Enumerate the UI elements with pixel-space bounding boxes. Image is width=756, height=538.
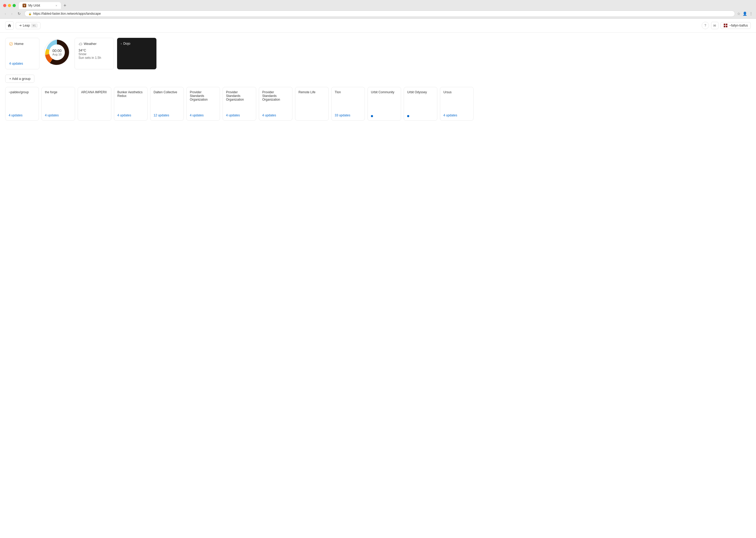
clock-center: 00:00 Aug 10 — [52, 49, 62, 56]
group-updates: 33 updates — [335, 114, 361, 117]
group-updates: 4 updates — [190, 114, 216, 117]
weather-desc: Snow — [78, 52, 110, 56]
dojo-label: Dojo — [123, 41, 130, 45]
home-button[interactable] — [5, 21, 14, 30]
dojo-title: › Dojo — [121, 41, 153, 45]
refresh-button[interactable]: ↻ — [16, 11, 22, 16]
group-updates: 12 updates — [154, 114, 180, 117]
browser-toolbar: ‹ › ↻ 🔒 https://fabled-faster.tlon.netwo… — [0, 9, 756, 19]
home-tile-title: Home — [9, 42, 35, 46]
tab-bar: My Urbit × + — [19, 2, 753, 9]
lock-icon: 🔒 — [28, 12, 31, 15]
user-button[interactable]: ~fallyn-balfus — [721, 22, 751, 29]
url-text: https://fabled-faster.tlon.network/apps/… — [33, 12, 101, 16]
group-card[interactable]: ARCANA IMPERII — [78, 87, 111, 121]
dojo-chevron-icon: › — [121, 42, 122, 45]
top-bar-right: ? ✉ ~fallyn-balfus — [702, 22, 751, 29]
group-card[interactable]: Bunker Aesthetics Redux4 updates — [114, 87, 148, 121]
group-name: ARCANA IMPERII — [81, 90, 108, 117]
help-button[interactable]: ? — [702, 22, 709, 29]
new-tab-button[interactable]: + — [62, 3, 68, 8]
group-name: Urbit Community — [371, 90, 398, 115]
group-updates: 4 updates — [443, 114, 470, 117]
group-name: Ursus — [443, 90, 470, 114]
clock-widget[interactable]: 00:00 Aug 10 — [42, 38, 71, 67]
group-name: the forge — [45, 90, 72, 114]
tab-close-button[interactable]: × — [56, 4, 57, 7]
svg-rect-4 — [726, 26, 728, 27]
group-updates: 4 updates — [226, 114, 253, 117]
group-name: Urbit Odyssey — [407, 90, 434, 115]
group-card[interactable]: Provider Standards Organization4 updates — [223, 87, 256, 121]
svg-rect-3 — [724, 26, 725, 27]
home-tile-icon — [9, 42, 13, 46]
top-bar: Leap ⌘L ? ✉ ~fallyn-balfus — [0, 19, 756, 32]
toolbar-actions: ☆ 👤 ⋮ — [737, 12, 753, 16]
back-button[interactable]: ‹ — [3, 11, 8, 16]
browser-titlebar: My Urbit × + — [0, 0, 756, 9]
weather-sunset: Sun sets in 1.5h — [78, 56, 110, 60]
home-section: Home 4 updates — [5, 38, 751, 69]
forward-button[interactable]: › — [10, 11, 14, 16]
group-name: Provider Standards Organization — [190, 90, 216, 114]
group-name: Dalten Collective — [154, 90, 180, 114]
group-card[interactable]: the forge4 updates — [41, 87, 75, 121]
groups-grid: ~paldev/group4 updatesthe forge4 updates… — [5, 87, 751, 121]
group-name: Bunker Aesthetics Redux — [117, 90, 144, 114]
clock-date: Aug 10 — [52, 53, 62, 56]
weather-temp: 34°C — [78, 48, 110, 52]
app-container: Leap ⌘L ? ✉ ~fallyn-balfus — [0, 19, 756, 538]
help-label: ? — [705, 24, 706, 27]
group-card[interactable]: Urbit Community — [367, 87, 401, 121]
weather-icon — [78, 42, 82, 46]
group-notification-dot — [371, 115, 373, 117]
dojo-tile[interactable]: › Dojo — [117, 38, 157, 69]
bookmark-button[interactable]: ☆ — [737, 12, 740, 16]
group-card[interactable]: Provider Standards Organization4 updates — [259, 87, 292, 121]
group-updates: 4 updates — [45, 114, 72, 117]
group-name: Provider Standards Organization — [226, 90, 253, 114]
leap-shortcut: ⌘L — [31, 24, 38, 27]
close-traffic-light[interactable] — [3, 4, 6, 7]
group-card[interactable]: Provider Standards Organization4 updates — [186, 87, 220, 121]
group-notification-dot — [407, 115, 409, 117]
group-card[interactable]: ~paldev/group4 updates — [5, 87, 39, 121]
menu-button[interactable]: ⋮ — [749, 12, 753, 16]
group-card[interactable]: Ursus4 updates — [440, 87, 474, 121]
leap-button[interactable]: Leap ⌘L — [16, 22, 40, 29]
group-card[interactable]: Tlon33 updates — [331, 87, 365, 121]
clock-time: 00:00 — [52, 49, 62, 53]
home-tile-label: Home — [15, 42, 24, 46]
svg-point-5 — [10, 42, 13, 45]
group-updates: 4 updates — [262, 114, 289, 117]
svg-rect-1 — [724, 24, 725, 25]
browser-tab[interactable]: My Urbit × — [19, 2, 61, 9]
weather-label: Weather — [84, 42, 97, 46]
group-name: ~paldev/group — [9, 90, 35, 114]
traffic-lights — [3, 4, 16, 7]
home-tile[interactable]: Home 4 updates — [5, 38, 39, 69]
user-label: ~fallyn-balfus — [729, 24, 748, 27]
group-card[interactable]: Remote Life — [295, 87, 329, 121]
weather-tile[interactable]: Weather 34°C Snow Sun sets in 1.5h — [74, 38, 114, 69]
tab-title: My Urbit — [28, 4, 40, 7]
mail-icon: ✉ — [713, 24, 716, 27]
profile-button[interactable]: 👤 — [743, 12, 747, 16]
group-name: Provider Standards Organization — [262, 90, 289, 114]
user-grid-icon — [724, 24, 728, 27]
top-bar-left: Leap ⌘L — [5, 21, 40, 30]
mail-button[interactable]: ✉ — [711, 22, 719, 29]
maximize-traffic-light[interactable] — [13, 4, 16, 7]
group-name: Remote Life — [299, 90, 325, 117]
group-updates: 4 updates — [9, 114, 35, 117]
add-group-button[interactable]: + Add a group — [5, 75, 34, 83]
weather-title: Weather — [78, 42, 110, 46]
group-name: Tlon — [335, 90, 361, 114]
minimize-traffic-light[interactable] — [8, 4, 11, 7]
url-bar[interactable]: 🔒 https://fabled-faster.tlon.network/app… — [24, 11, 735, 17]
main-content: Home 4 updates — [0, 32, 756, 126]
group-card[interactable]: Urbit Odyssey — [404, 87, 437, 121]
group-card[interactable]: Dalten Collective12 updates — [150, 87, 184, 121]
tab-favicon — [23, 4, 26, 7]
leap-icon — [19, 24, 22, 27]
